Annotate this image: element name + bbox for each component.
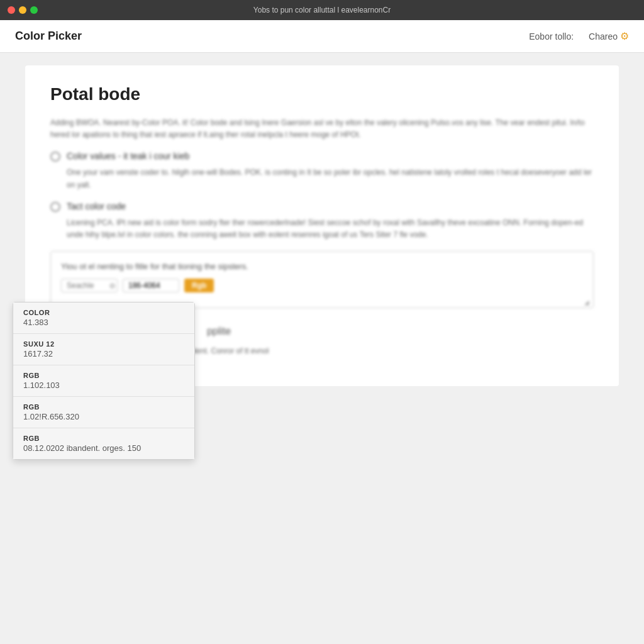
dropdown-item-label-1: SUXU 12: [23, 340, 184, 348]
app-header: Color Picker Eobor tollo: Chareo ⚙: [0, 20, 644, 53]
radio-circle-2: [50, 202, 60, 212]
search-input[interactable]: [61, 279, 118, 292]
dropdown-item-value-0: 41.383: [23, 318, 184, 327]
dropdown-item-value-4: 08.12.0202 ibandent. orges. 150: [23, 443, 184, 453]
dropdown-item-value-2: 1.102.103: [23, 380, 184, 390]
radio-option-2[interactable]: Tact color code: [50, 201, 594, 212]
window-controls: [8, 6, 38, 14]
dropdown-item-value-3: 1.02!R.656.320: [23, 412, 184, 421]
app-logo: Color Picker: [15, 30, 82, 43]
dropdown-menu: COLOR 41.383 SUXU 12 1617.32 RGB 1.102.1…: [13, 302, 195, 460]
dropdown-item-1[interactable]: SUXU 12 1617.32: [13, 334, 194, 365]
hex-input[interactable]: [123, 279, 179, 292]
dropdown-item-label-0: COLOR: [23, 309, 184, 316]
description-text-1: Adding BWOA. Nearest by-Color POA. it! C…: [50, 117, 594, 141]
page-title: Potal bode: [50, 84, 594, 104]
radio-label-2: Tact color code: [67, 201, 126, 211]
radio-label-1: Color values - it teak i cour kieb: [67, 151, 189, 161]
dropdown-item-label-4: RGB: [23, 435, 184, 442]
option1-description: One your vam venste coder to. hilglh one…: [67, 167, 594, 191]
dropdown-item-0[interactable]: COLOR 41.383: [13, 303, 194, 334]
radio-option-1[interactable]: Color values - it teak i cour kieb: [50, 151, 594, 162]
search-input-wrap: ⊙: [61, 279, 118, 292]
option2-description: Licening PCA. lPt new aid is color form …: [67, 217, 594, 241]
dropdown-item-value-1: 1617.32: [23, 349, 184, 358]
resize-handle[interactable]: ◢: [584, 299, 592, 306]
titlebar: Yobs to pun color alluttal l eavelearnon…: [0, 0, 644, 20]
app-nav: Eobor tollo: Chareo ⚙: [529, 30, 629, 42]
blurred-description: Adding BWOA. Nearest by-Color POA. it! C…: [50, 117, 594, 308]
textarea-section: Yiou ot el nenting to fitle for that tio…: [50, 251, 594, 308]
dropdown-item-3[interactable]: RGB 1.02!R.656.320: [13, 397, 194, 428]
dropdown-item-4[interactable]: RGB 08.12.0202 ibandent. orges. 150: [13, 428, 194, 459]
search-icon: ⊙: [109, 282, 115, 290]
maximize-button[interactable]: [30, 6, 38, 14]
nav-item-color-tools[interactable]: Eobor tollo:: [529, 31, 574, 42]
minimize-button[interactable]: [19, 6, 26, 14]
chared-icon: ⚙: [620, 30, 629, 42]
dropdown-item-label-2: RGB: [23, 372, 184, 379]
nav-item-chared[interactable]: Chareo ⚙: [589, 30, 629, 42]
dropdown-item-2[interactable]: RGB 1.102.103: [13, 365, 194, 397]
window-title: Yobs to pun color alluttal l eavelearnon…: [253, 6, 391, 14]
textarea-hint: Yiou ot el nenting to fitle for that tio…: [61, 262, 583, 271]
rgb-button[interactable]: Rgb: [184, 279, 214, 292]
dropdown-item-label-3: RGB: [23, 403, 184, 411]
radio-circle-1: [50, 152, 60, 162]
search-row: ⊙ Rgb: [61, 279, 583, 292]
close-button[interactable]: [8, 6, 15, 14]
